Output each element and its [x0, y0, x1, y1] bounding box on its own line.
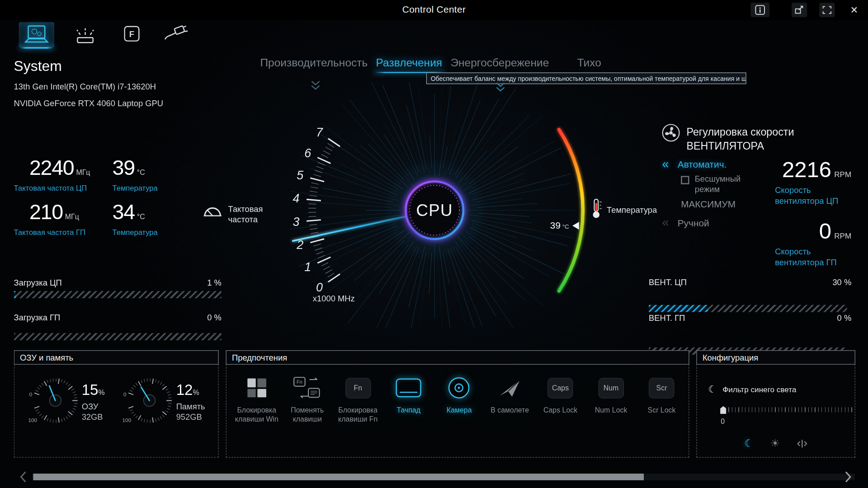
cpu-fan-bar-value: 30 %	[796, 277, 851, 286]
pref-label: В самолете	[491, 406, 529, 415]
pref-camera[interactable]: Камера	[435, 375, 483, 424]
touchpad-icon	[396, 379, 421, 398]
pref-label: Scr Lock	[648, 406, 676, 415]
scrollbar-thumb[interactable]	[33, 474, 644, 480]
fan-mode-auto[interactable]: Автоматич.	[678, 160, 727, 170]
fan-noise-icon[interactable]	[797, 439, 807, 449]
clock-gauge-label: Тактовая частота	[228, 204, 263, 225]
storage-gauge: 0 100	[122, 374, 175, 427]
scroll-left-icon[interactable]	[19, 471, 28, 483]
svg-text:7: 7	[316, 126, 323, 139]
scroll-right-icon[interactable]	[844, 471, 853, 483]
storage-percent-value: 12	[176, 382, 193, 399]
fullscreen-button[interactable]	[819, 3, 835, 17]
cpu-name: 13th Gen Intel(R) Core(TM) i7-13620H	[14, 82, 156, 91]
gpu-temp-value: 34	[113, 200, 135, 223]
clock-gauge-label-line1: Тактовая	[228, 204, 263, 214]
gpu-name: NVIDIA GeForce RTX 4060 Laptop GPU	[14, 99, 163, 108]
mode-tab-quiet[interactable]: Тихо	[577, 56, 601, 69]
fan-mode-max[interactable]: МАКСИМУМ	[681, 199, 736, 210]
fan-title-line1: Регулировка скорости	[686, 125, 794, 139]
pref-scr-lock[interactable]: Scr Scr Lock	[638, 375, 685, 424]
thermometer-icon	[590, 198, 602, 219]
fan-section-title: Регулировка скорости ВЕНТИЛЯТОРА	[686, 125, 794, 153]
info-button[interactable]	[750, 3, 769, 17]
current-temp-unit: °C	[562, 223, 569, 230]
ram-name: ОЗУ	[82, 402, 105, 411]
storage-size: 952GB	[176, 412, 205, 422]
nav-tab-keyboard-backlight[interactable]	[67, 22, 103, 47]
cpu-fan-rpm: 2216RPM	[774, 157, 851, 182]
close-icon: ×	[851, 4, 858, 16]
storage-name: Память	[176, 402, 205, 411]
pref-airplane-mode[interactable]: В самолете	[486, 375, 533, 424]
brightness-icon[interactable]: ☀	[770, 438, 780, 449]
svg-text:100: 100	[28, 417, 37, 423]
gauge-axis-label: x1000 MHz	[313, 293, 355, 304]
caps-key-icon: Caps	[547, 378, 573, 398]
nav-tab-power[interactable]	[157, 22, 193, 47]
restore-window-icon	[794, 5, 804, 14]
storage-gauge-group: 0 100 12% Память 952GB	[122, 374, 205, 427]
cpu-fan-bar-label: ВЕНТ. ЦП	[649, 277, 687, 286]
pref-win-key-lock[interactable]: Блокировка клавиши Win	[233, 375, 281, 424]
close-button[interactable]: ×	[846, 3, 863, 17]
silent-mode-checkbox[interactable]	[681, 176, 689, 184]
temperature-arc-label: Температура	[607, 205, 657, 215]
svg-text:100: 100	[123, 417, 132, 423]
cpu-load-number: 1	[207, 278, 212, 287]
gpu-load-value: 0 %	[166, 313, 221, 322]
cpu-temp-metric: 39°C Температура	[113, 157, 174, 193]
restore-window-button[interactable]	[792, 3, 807, 17]
mode-tab-power-saving[interactable]: Энергосбережение	[450, 56, 549, 69]
gpu-fan-label-line2: вентилятора ГП	[775, 257, 836, 267]
mode-tabs: Производительность Развлечения Энергосбе…	[260, 56, 601, 69]
cpu-fan-percent-number: 30	[832, 277, 841, 286]
cpu-load-bar-fill	[14, 291, 16, 298]
blue-light-slider[interactable]	[722, 405, 854, 415]
gpu-clock-value: 210	[29, 200, 63, 223]
fan-mode-manual[interactable]: Ручной	[678, 218, 709, 229]
pref-num-lock[interactable]: Num Num Lock	[587, 375, 635, 424]
gpu-fan-percent-number: 0	[837, 313, 842, 323]
cpu-load-value: 1 %	[166, 278, 221, 287]
gpu-clock-label: Тактовая частота ГП	[14, 229, 109, 237]
slider-ruler	[722, 407, 854, 412]
fan-icon	[661, 123, 681, 143]
cpu-fan-percent-unit: %	[844, 277, 851, 286]
window-title: Control Center	[0, 5, 868, 15]
fan-mode-silent[interactable]: Бесшумный режим	[695, 173, 741, 194]
gpu-load-bar	[14, 333, 222, 340]
camera-icon	[448, 377, 470, 399]
clock-gauge-label-line2: частота	[228, 214, 263, 225]
nav-tab-system[interactable]	[19, 22, 54, 47]
horizontal-scrollbar[interactable]	[32, 474, 855, 480]
night-mode-icon[interactable]: ☾	[744, 438, 754, 449]
cpu-load-label: Загрузка ЦП	[14, 278, 62, 287]
mode-tab-entertainment[interactable]: Развлечения	[376, 56, 442, 69]
fn-key-lock-icon: Fn	[345, 378, 371, 398]
svg-text:5: 5	[297, 169, 304, 182]
cpu-temp-unit: °C	[137, 168, 145, 176]
gpu-fan-rpm-value: 0	[819, 219, 831, 243]
titlebar: Control Center ×	[0, 0, 868, 20]
nav-tab-fn-keys[interactable]: F	[114, 22, 149, 47]
pref-fn-key-lock[interactable]: Fn Блокировка клавиши Fn	[334, 375, 382, 424]
ram-size: 32GB	[82, 412, 105, 422]
mode-tab-performance[interactable]: Производительность	[260, 56, 368, 69]
moon-icon: ☾	[708, 384, 717, 395]
cpu-clock-unit: МГц	[76, 168, 90, 176]
gpu-fan-bar-value: 0 %	[796, 313, 851, 323]
gpu-temp-unit: °C	[137, 212, 145, 221]
clock-gauge-icon	[203, 202, 222, 218]
gpu-clock-unit: МГц	[65, 212, 79, 221]
gauge-ticks	[307, 138, 340, 282]
pref-touchpad[interactable]: Тачпад	[385, 375, 432, 424]
pref-swap-keys[interactable]: Fn Поменять клавиши	[283, 375, 331, 424]
svg-text:3: 3	[293, 215, 300, 229]
pref-caps-lock[interactable]: Caps Caps Lock	[537, 375, 584, 424]
pref-label: Поменять клавиши	[283, 406, 331, 424]
configuration-panel-title: Конфигурация	[696, 350, 855, 365]
gpu-clock-metric: 210МГц Тактовая частота ГП	[14, 201, 109, 237]
swap-keys-icon: Fn	[293, 376, 322, 399]
